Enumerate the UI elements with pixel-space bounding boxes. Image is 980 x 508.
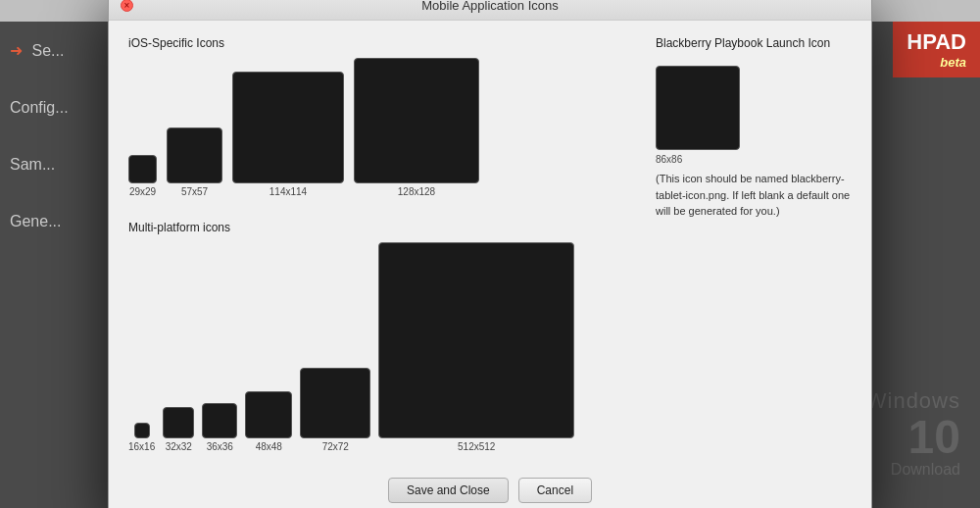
ios-icon-128: 128x128 — [354, 58, 479, 197]
multi-icon-box-36[interactable] — [202, 403, 237, 438]
multi-icon-label-72: 72x72 — [322, 441, 349, 452]
multi-icon-32: 32x32 — [163, 407, 194, 452]
modal-titlebar: Mobile Application Icons — [109, 0, 871, 21]
ios-section-label: iOS-Specific Icons — [128, 36, 636, 50]
multi-icon-16: 16x16 — [128, 423, 155, 452]
modal-footer: Save and Close Cancel — [109, 468, 871, 508]
multi-icon-label-32: 32x32 — [166, 441, 192, 452]
multi-icon-box-512[interactable] — [378, 242, 574, 438]
modal-overlay: Mobile Application Icons iOS-Specific Ic… — [0, 0, 980, 508]
multi-icon-label-48: 48x48 — [256, 441, 282, 452]
multi-icon-box-16[interactable] — [134, 423, 150, 438]
multi-icon-label-36: 36x36 — [207, 441, 233, 452]
ios-icons-row: 29x29 57x57 114x114 — [128, 58, 636, 197]
ios-icon-box-128[interactable] — [354, 58, 479, 183]
multi-section-label: Multi-platform icons — [128, 221, 636, 234]
cancel-button[interactable]: Cancel — [518, 478, 592, 503]
multi-icon-36: 36x36 — [202, 403, 237, 452]
modal-dialog: Mobile Application Icons iOS-Specific Ic… — [108, 0, 872, 508]
multi-icon-box-48[interactable] — [245, 391, 292, 438]
right-panel: Blackberry Playbook Launch Icon 86x86 (T… — [656, 36, 852, 452]
multi-icon-48: 48x48 — [245, 391, 292, 452]
multi-icon-label-16: 16x16 — [128, 441, 155, 452]
multi-icons-row: 16x16 32x32 36x36 — [128, 242, 636, 452]
ios-icon-57: 57x57 — [167, 127, 222, 197]
ios-icon-box-57[interactable] — [167, 127, 222, 183]
multi-icon-512: 512x512 — [378, 242, 574, 452]
bb-icon-wrapper: 86x86 — [656, 66, 852, 165]
left-panel: iOS-Specific Icons 29x29 57x57 — [128, 36, 636, 452]
modal-title: Mobile Application Icons — [421, 0, 558, 13]
multi-icon-label-512: 512x512 — [458, 441, 495, 452]
ios-section: iOS-Specific Icons 29x29 57x57 — [128, 36, 636, 197]
bb-icon-note: (This icon should be named blackberry-ta… — [656, 171, 852, 220]
bb-icon-box[interactable] — [656, 66, 740, 150]
modal-close-button[interactable] — [121, 0, 133, 12]
bb-icon-size-label: 86x86 — [656, 154, 852, 165]
multi-platform-section: Multi-platform icons 16x16 32x32 — [128, 221, 636, 452]
ios-icon-label-114: 114x114 — [270, 186, 307, 197]
ios-icon-label-128: 128x128 — [398, 186, 435, 197]
bb-section-label: Blackberry Playbook Launch Icon — [656, 36, 852, 50]
ios-icon-label-29: 29x29 — [129, 186, 156, 197]
ios-icon-114: 114x114 — [232, 72, 344, 197]
ios-icon-label-57: 57x57 — [181, 186, 208, 197]
save-and-close-button[interactable]: Save and Close — [388, 478, 509, 503]
ios-icon-box-114[interactable] — [232, 72, 344, 183]
multi-icon-box-32[interactable] — [163, 407, 194, 438]
multi-icon-box-72[interactable] — [300, 368, 370, 438]
ios-icon-box-29[interactable] — [128, 155, 157, 183]
modal-body: iOS-Specific Icons 29x29 57x57 — [109, 21, 871, 468]
ios-icon-29: 29x29 — [128, 155, 157, 197]
multi-icon-72: 72x72 — [300, 368, 370, 452]
